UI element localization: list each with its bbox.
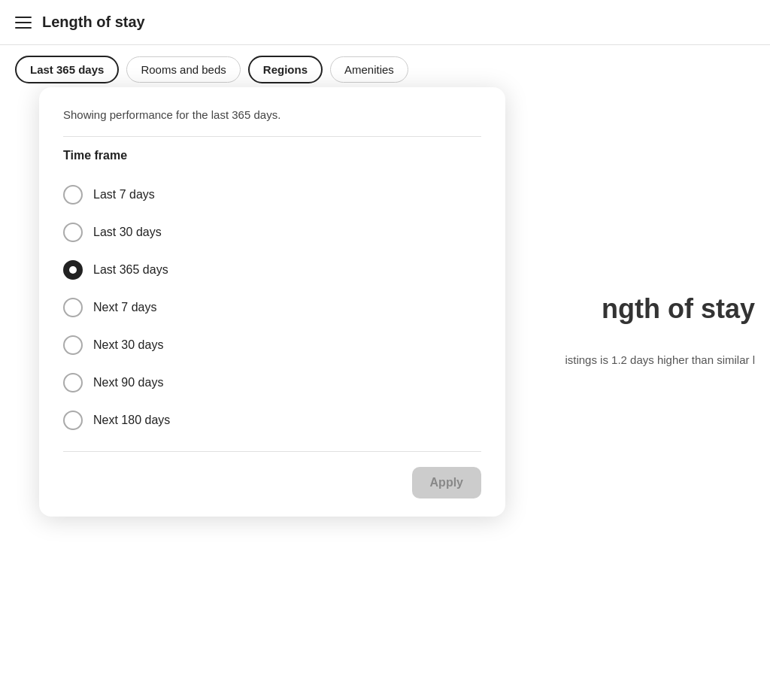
radio-circle-last365	[63, 260, 83, 280]
background-title: ngth of stay	[602, 293, 770, 325]
radio-circle-last30	[63, 223, 83, 242]
radio-label-next30: Next 30 days	[93, 338, 163, 352]
dropdown-intro-text: Showing performance for the last 365 day…	[63, 108, 481, 121]
filter-btn-last365[interactable]: Last 365 days	[15, 56, 119, 83]
radio-item-next30[interactable]: Next 30 days	[63, 326, 481, 364]
dropdown-footer: Apply	[63, 467, 481, 498]
radio-item-last30[interactable]: Last 30 days	[63, 214, 481, 251]
radio-item-next90[interactable]: Next 90 days	[63, 364, 481, 402]
radio-circle-next90	[63, 373, 83, 392]
filter-btn-roomsBeds[interactable]: Rooms and beds	[126, 56, 240, 83]
radio-circle-next30	[63, 335, 83, 355]
radio-item-last7[interactable]: Last 7 days	[63, 176, 481, 214]
apply-button[interactable]: Apply	[412, 467, 481, 498]
section-title: Time frame	[63, 149, 481, 162]
radio-item-next180[interactable]: Next 180 days	[63, 402, 481, 439]
divider-top	[63, 136, 481, 137]
filter-btn-amenities[interactable]: Amenities	[330, 56, 408, 83]
radio-circle-next7	[63, 298, 83, 317]
radio-circle-last7	[63, 185, 83, 205]
radio-label-last30: Last 30 days	[93, 226, 162, 239]
radio-list: Last 7 daysLast 30 daysLast 365 daysNext…	[63, 176, 481, 439]
dropdown-panel: Showing performance for the last 365 day…	[39, 87, 505, 517]
radio-label-last365: Last 365 days	[93, 263, 168, 277]
radio-item-next7[interactable]: Next 7 days	[63, 289, 481, 326]
radio-item-last365[interactable]: Last 365 days	[63, 251, 481, 289]
divider-bottom	[63, 451, 481, 452]
menu-icon[interactable]	[15, 17, 32, 29]
radio-label-next180: Next 180 days	[93, 414, 170, 427]
radio-label-next7: Next 7 days	[93, 301, 156, 314]
background-desc: istings is 1.2 days higher than similar …	[565, 353, 770, 366]
radio-circle-next180	[63, 411, 83, 430]
filter-btn-regions[interactable]: Regions	[248, 56, 323, 83]
page-title: Length of stay	[42, 14, 145, 31]
radio-label-next90: Next 90 days	[93, 376, 163, 389]
header: Length of stay	[0, 0, 770, 45]
radio-label-last7: Last 7 days	[93, 188, 155, 202]
